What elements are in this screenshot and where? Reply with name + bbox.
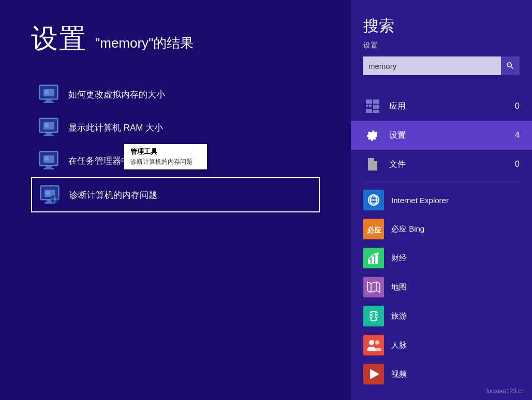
svg-rect-27 bbox=[54, 201, 55, 203]
maps-label: 地图 bbox=[391, 282, 407, 292]
svg-point-25 bbox=[53, 197, 56, 201]
tooltip-subtitle: 诊断计算机的内存问题 bbox=[130, 158, 201, 166]
svg-rect-30 bbox=[366, 99, 372, 104]
search-box[interactable] bbox=[363, 56, 520, 75]
svg-rect-45 bbox=[372, 256, 374, 264]
category-list: 应用 0 设置 4 文件 0 bbox=[351, 92, 532, 400]
apps-count: 0 bbox=[515, 102, 520, 111]
result-item[interactable]: 显示此计算机 RAM 大小 bbox=[31, 111, 320, 144]
people-icon bbox=[363, 335, 384, 355]
people-label: 人脉 bbox=[391, 340, 407, 350]
bing-icon: 必应 bbox=[363, 219, 384, 239]
maps-icon bbox=[363, 277, 384, 297]
svg-rect-36 bbox=[373, 110, 379, 113]
settings-icon bbox=[363, 126, 382, 145]
svg-marker-58 bbox=[370, 369, 379, 379]
svg-rect-38 bbox=[369, 165, 376, 166]
main-content: 设置 "memory"的结果 如何更改虚拟内存的大小 bbox=[0, 0, 351, 400]
app-bing[interactable]: 必应 必应 Bing bbox=[351, 215, 532, 244]
category-label: 设置 bbox=[31, 21, 87, 57]
svg-rect-29 bbox=[57, 198, 59, 199]
svg-rect-3 bbox=[45, 90, 49, 94]
search-input[interactable] bbox=[363, 62, 501, 70]
svg-rect-55 bbox=[375, 316, 377, 318]
svg-text:必应: 必应 bbox=[366, 226, 381, 234]
svg-rect-16 bbox=[46, 166, 52, 168]
divider bbox=[363, 182, 520, 182]
category-apps[interactable]: 应用 0 bbox=[351, 92, 532, 121]
svg-point-56 bbox=[369, 340, 374, 345]
result-text-1: 如何更改虚拟内存的大小 bbox=[68, 89, 165, 101]
svg-rect-34 bbox=[373, 105, 379, 109]
search-button[interactable] bbox=[501, 56, 520, 75]
app-travel[interactable]: 旅游 bbox=[351, 302, 532, 331]
svg-rect-9 bbox=[45, 123, 49, 127]
svg-rect-46 bbox=[375, 253, 378, 264]
svg-rect-10 bbox=[46, 133, 52, 135]
app-ie[interactable]: Internet Explorer bbox=[351, 185, 532, 215]
svg-rect-39 bbox=[369, 167, 374, 168]
svg-rect-28 bbox=[51, 198, 53, 199]
svg-rect-15 bbox=[45, 156, 49, 161]
watermark: luoxiao123.cn bbox=[486, 388, 525, 395]
ie-label: Internet Explorer bbox=[391, 196, 449, 205]
video-label: 视频 bbox=[391, 369, 407, 379]
page-title: 设置 "memory"的结果 bbox=[31, 21, 320, 57]
files-count: 0 bbox=[515, 160, 520, 169]
search-query-label: "memory"的结果 bbox=[95, 34, 194, 52]
svg-point-57 bbox=[375, 340, 379, 345]
app-video[interactable]: 视频 bbox=[351, 360, 532, 389]
settings-label: 设置 bbox=[389, 130, 508, 141]
apps-icon bbox=[363, 97, 382, 116]
apps-label: 应用 bbox=[389, 101, 508, 112]
search-icon bbox=[506, 61, 515, 70]
files-icon bbox=[363, 155, 382, 174]
tooltip: 管理工具 诊断计算机的内存问题 bbox=[124, 144, 207, 169]
result-text-2: 显示此计算机 RAM 大小 bbox=[68, 122, 163, 134]
svg-rect-32 bbox=[366, 105, 368, 107]
svg-rect-26 bbox=[54, 195, 55, 197]
svg-rect-35 bbox=[366, 109, 372, 113]
result-icon-1 bbox=[37, 83, 60, 106]
ie-icon bbox=[363, 190, 384, 210]
svg-rect-11 bbox=[43, 135, 54, 136]
svg-rect-52 bbox=[370, 312, 372, 315]
svg-rect-53 bbox=[375, 312, 377, 315]
svg-rect-31 bbox=[373, 99, 379, 104]
svg-rect-44 bbox=[368, 260, 371, 264]
bing-label: 必应 Bing bbox=[391, 224, 424, 234]
app-maps[interactable]: 地图 bbox=[351, 273, 532, 302]
video-icon bbox=[363, 364, 384, 384]
category-settings[interactable]: 设置 4 bbox=[351, 121, 532, 150]
svg-rect-5 bbox=[43, 102, 54, 103]
travel-icon bbox=[363, 306, 384, 326]
svg-rect-21 bbox=[46, 191, 50, 195]
app-finance[interactable]: 财经 bbox=[351, 244, 532, 273]
svg-rect-54 bbox=[370, 316, 372, 318]
svg-rect-37 bbox=[369, 163, 376, 164]
category-files[interactable]: 文件 0 bbox=[351, 150, 532, 179]
result-item-selected[interactable]: 诊断计算机的内存问题 bbox=[31, 177, 320, 212]
svg-rect-17 bbox=[43, 168, 54, 169]
results-list: 如何更改虚拟内存的大小 显示此计算机 RAM 大小 bbox=[31, 78, 320, 212]
result-icon-3 bbox=[37, 149, 60, 172]
svg-rect-4 bbox=[46, 99, 52, 102]
tooltip-title: 管理工具 bbox=[130, 147, 201, 156]
files-label: 文件 bbox=[389, 159, 508, 170]
result-icon-4 bbox=[38, 183, 61, 206]
settings-count: 4 bbox=[515, 131, 520, 140]
svg-rect-33 bbox=[369, 105, 372, 107]
result-item[interactable]: 如何更改虚拟内存的大小 bbox=[31, 78, 320, 111]
app-people[interactable]: 人脉 bbox=[351, 331, 532, 360]
result-text-4: 诊断计算机的内存问题 bbox=[69, 189, 157, 201]
travel-label: 旅游 bbox=[391, 311, 407, 321]
finance-icon bbox=[363, 248, 384, 268]
svg-marker-48 bbox=[367, 282, 380, 292]
sidebar-title: 搜索 bbox=[363, 16, 520, 37]
sidebar: 搜索 设置 bbox=[351, 0, 532, 400]
svg-marker-47 bbox=[377, 252, 379, 254]
result-item[interactable]: 在任务管理器中查看内存使用情况 管理工具 诊断计算机的内存问题 bbox=[31, 144, 320, 177]
finance-label: 财经 bbox=[391, 253, 407, 263]
result-icon-2 bbox=[37, 116, 60, 139]
sidebar-header: 搜索 设置 bbox=[351, 0, 532, 83]
